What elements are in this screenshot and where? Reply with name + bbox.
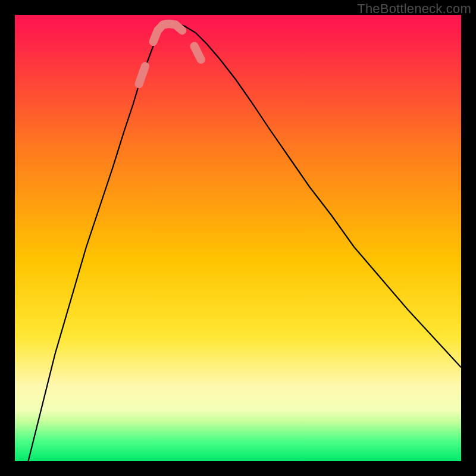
chart-svg: [15, 15, 461, 461]
marker-segment: [139, 66, 146, 84]
chart-frame: TheBottleneck.com: [0, 0, 476, 476]
watermark-text: TheBottleneck.com: [357, 1, 471, 17]
plot-area: [15, 15, 461, 461]
